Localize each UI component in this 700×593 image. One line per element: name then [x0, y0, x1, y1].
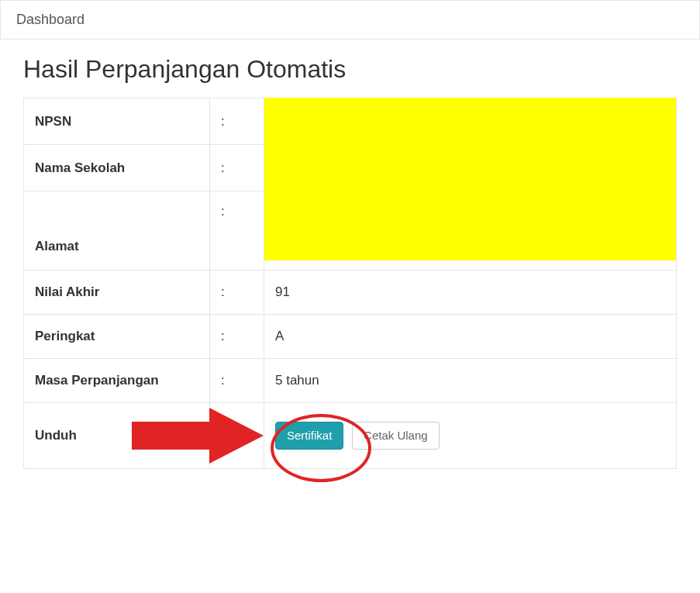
- row-nama-sekolah: Nama Sekolah :: [24, 145, 677, 191]
- colon: :: [210, 271, 264, 315]
- label-npsn: NPSN: [24, 98, 210, 145]
- redacted-block: [264, 191, 676, 260]
- row-masa-perpanjangan: Masa Perpanjangan : 5 tahun: [24, 359, 677, 403]
- label-nama-sekolah: Nama Sekolah: [24, 145, 210, 191]
- label-nilai-akhir: Nilai Akhir: [24, 271, 210, 315]
- label-alamat: Alamat: [24, 191, 210, 271]
- value-alamat: [264, 191, 677, 271]
- sertifikat-button[interactable]: Sertifikat: [275, 422, 343, 450]
- page-title: Hasil Perpanjangan Otomatis: [23, 55, 677, 84]
- row-alamat: Alamat :: [24, 191, 677, 271]
- colon: [210, 403, 264, 469]
- row-peringkat: Peringkat : A: [24, 315, 677, 359]
- redacted-block: [264, 144, 676, 191]
- colon: :: [210, 359, 264, 403]
- row-unduh: Unduh Sertifikat Cetak Ulang: [24, 403, 677, 469]
- cetak-ulang-button[interactable]: Cetak Ulang: [352, 422, 440, 450]
- breadcrumb[interactable]: Dashboard: [0, 0, 700, 40]
- label-peringkat: Peringkat: [24, 315, 210, 359]
- colon: :: [210, 191, 264, 271]
- colon: :: [210, 315, 264, 359]
- value-npsn: [264, 98, 677, 145]
- value-peringkat: A: [264, 315, 677, 359]
- row-npsn: NPSN :: [24, 98, 677, 145]
- main-content: Hasil Perpanjangan Otomatis NPSN : Nama …: [0, 40, 700, 492]
- value-unduh: Sertifikat Cetak Ulang: [264, 403, 677, 469]
- redacted-block: [264, 98, 676, 145]
- colon: :: [210, 98, 264, 145]
- colon: :: [210, 145, 264, 191]
- label-unduh: Unduh: [24, 403, 210, 469]
- value-masa-perpanjangan: 5 tahun: [264, 359, 677, 403]
- row-nilai-akhir: Nilai Akhir : 91: [24, 271, 677, 315]
- result-table: NPSN : Nama Sekolah : Alamat : Nilai Akh…: [23, 98, 677, 469]
- value-nilai-akhir: 91: [264, 271, 677, 315]
- label-masa-perpanjangan: Masa Perpanjangan: [24, 359, 210, 403]
- breadcrumb-text: Dashboard: [16, 12, 84, 27]
- value-nama-sekolah: [264, 145, 677, 191]
